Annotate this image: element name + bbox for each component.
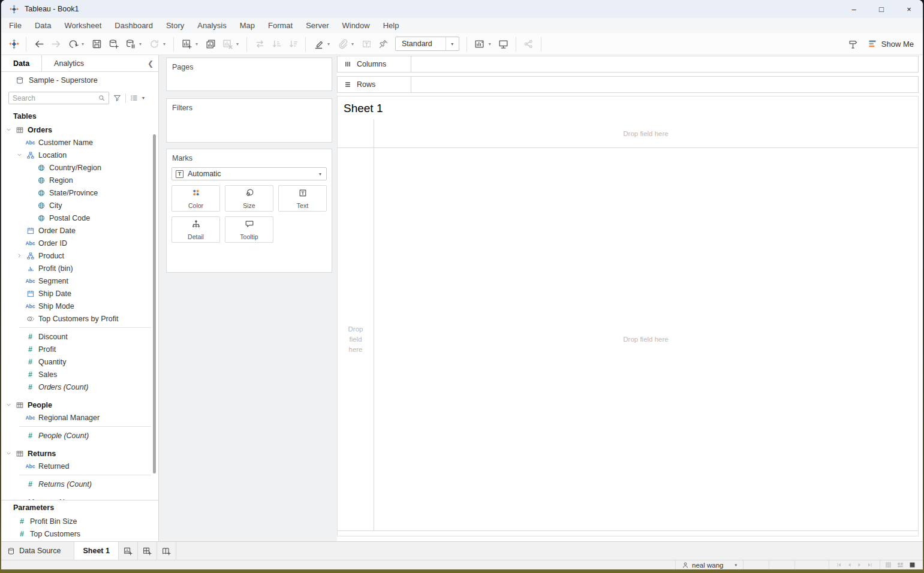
fit-selector[interactable]: Standard▾ (395, 37, 459, 51)
field-sales[interactable]: #Sales (1, 368, 158, 381)
field-orders[interactable]: Orders (1, 123, 158, 136)
sidebar-scrollbar[interactable] (153, 134, 156, 474)
sort-descending-button[interactable] (286, 35, 300, 52)
show-tooltips-button[interactable] (846, 35, 860, 52)
field-people-count[interactable]: #People (Count) (1, 429, 158, 442)
field-returns-count[interactable]: #Returns (Count) (1, 478, 158, 490)
run-update-button[interactable] (147, 35, 161, 52)
new-worksheet-button[interactable] (179, 35, 194, 52)
collapse-pane-icon[interactable]: ❮ (143, 55, 158, 71)
maximize-button[interactable]: □ (868, 0, 895, 18)
field-quantity[interactable]: #Quantity (1, 355, 158, 368)
marks-color-button[interactable]: Color (171, 185, 220, 212)
field-location[interactable]: Location (1, 149, 158, 161)
view-options-icon[interactable] (130, 94, 139, 102)
field-discount[interactable]: #Discount (1, 330, 158, 343)
datasource-tab[interactable]: Data Source (1, 542, 74, 560)
field-country-region[interactable]: Country/Region (1, 161, 158, 174)
search-input[interactable] (9, 94, 98, 102)
duplicate-button[interactable] (203, 35, 218, 52)
field-orders-count[interactable]: #Orders (Count) (1, 381, 158, 393)
new-datasource-button[interactable] (106, 35, 121, 52)
show-filmstrip-view-icon[interactable] (897, 562, 904, 568)
field-postal-code[interactable]: Postal Code (1, 212, 158, 224)
menu-format[interactable]: Format (261, 18, 299, 33)
field-people[interactable]: People (1, 399, 158, 411)
tab-analytics[interactable]: Analytics (42, 55, 96, 71)
sheet-tab-active[interactable]: Sheet 1 (74, 542, 118, 560)
presentation-mode-button[interactable] (496, 35, 511, 52)
menu-help[interactable]: Help (377, 18, 406, 33)
sheet-canvas[interactable]: Sheet 1 Drop field here Drop field here … (337, 96, 919, 536)
close-button[interactable]: × (895, 0, 923, 18)
current-view-icon[interactable] (909, 562, 916, 568)
new-story-tab-button[interactable] (157, 542, 176, 560)
nav-first-icon[interactable] (836, 562, 842, 568)
menu-dashboard[interactable]: Dashboard (108, 18, 159, 33)
field-measure-names[interactable]: AbcMeasure Names (1, 496, 158, 500)
marks-detail-button[interactable]: Detail (171, 216, 220, 243)
share-button[interactable] (522, 35, 536, 52)
marks-size-button[interactable]: Size (225, 185, 273, 212)
field-returned[interactable]: AbcReturned (1, 460, 158, 472)
nav-next-icon[interactable] (857, 562, 862, 568)
chevron-down-icon[interactable] (4, 451, 13, 456)
parameter-profit-bin-size[interactable]: #Profit Bin Size (1, 515, 158, 527)
view-options-caret-icon[interactable]: ▾ (142, 95, 145, 101)
rows-shelf-dropzone[interactable] (411, 76, 919, 93)
drop-field-left[interactable]: Drop field here (338, 147, 374, 531)
field-city[interactable]: City (1, 199, 158, 212)
mark-type-dropdown[interactable]: T Automatic ▾ (171, 167, 327, 180)
parameter-top-customers[interactable]: #Top Customers (1, 527, 158, 540)
drop-field-center[interactable]: Drop field here (374, 147, 918, 531)
field-region[interactable]: Region (1, 174, 158, 186)
menu-map[interactable]: Map (233, 18, 261, 33)
field-returns[interactable]: Returns (1, 447, 158, 460)
replay-button-caret-icon[interactable]: ▾ (82, 41, 87, 47)
columns-shelf-dropzone[interactable] (411, 56, 919, 73)
minimize-button[interactable]: – (840, 0, 868, 18)
menu-server[interactable]: Server (299, 18, 335, 33)
sort-ascending-button[interactable] (269, 35, 284, 52)
field-ship-date[interactable]: Ship Date (1, 287, 158, 300)
menu-window[interactable]: Window (335, 18, 376, 33)
field-profit[interactable]: #Profit (1, 343, 158, 355)
filters-shelf[interactable]: Filters (166, 98, 332, 143)
group-members-button[interactable] (335, 35, 350, 52)
show-tabs-view-icon[interactable] (885, 562, 892, 568)
chevron-down-icon[interactable] (14, 152, 24, 158)
pause-auto-updates-button-caret-icon[interactable]: ▾ (139, 41, 145, 47)
filter-icon[interactable] (113, 94, 122, 102)
highlight-button-caret-icon[interactable]: ▾ (327, 41, 333, 47)
clear-sheet-button[interactable] (220, 35, 234, 52)
field-product[interactable]: Product (1, 249, 158, 262)
save-button[interactable] (89, 35, 104, 52)
nav-prev-icon[interactable] (847, 562, 852, 568)
field-regional-manager[interactable]: AbcRegional Manager (1, 411, 158, 424)
field-ship-mode[interactable]: AbcShip Mode (1, 300, 158, 312)
marks-tooltip-button[interactable]: Tooltip (225, 216, 273, 243)
menu-file[interactable]: File (2, 18, 28, 33)
nav-last-icon[interactable] (867, 562, 872, 568)
field-segment[interactable]: AbcSegment (1, 275, 158, 287)
field-state-province[interactable]: State/Province (1, 186, 158, 199)
tableau-logo-button[interactable] (7, 35, 21, 52)
menu-story[interactable]: Story (159, 18, 191, 33)
user-menu[interactable]: neal wang ▾ (676, 560, 743, 569)
new-worksheet-tab-button[interactable] (119, 542, 138, 560)
new-dashboard-tab-button[interactable] (138, 542, 157, 560)
tab-data[interactable]: Data (1, 55, 42, 71)
highlight-button[interactable] (311, 35, 326, 52)
show-mark-labels-button[interactable] (359, 35, 374, 52)
run-update-button-caret-icon[interactable]: ▾ (163, 41, 168, 47)
field-order-date[interactable]: Order Date (1, 224, 158, 237)
chevron-right-icon[interactable] (14, 253, 24, 258)
undo-button[interactable] (32, 35, 46, 52)
group-members-button-caret-icon[interactable]: ▾ (351, 41, 357, 47)
pages-shelf[interactable]: Pages (166, 58, 332, 91)
datasource-row[interactable]: Sample - Superstore (1, 72, 158, 88)
marks-text-button[interactable]: Text (278, 185, 327, 212)
field-order-id[interactable]: AbcOrder ID (1, 237, 158, 249)
new-worksheet-button-caret-icon[interactable]: ▾ (195, 41, 201, 47)
search-box[interactable] (8, 92, 109, 104)
